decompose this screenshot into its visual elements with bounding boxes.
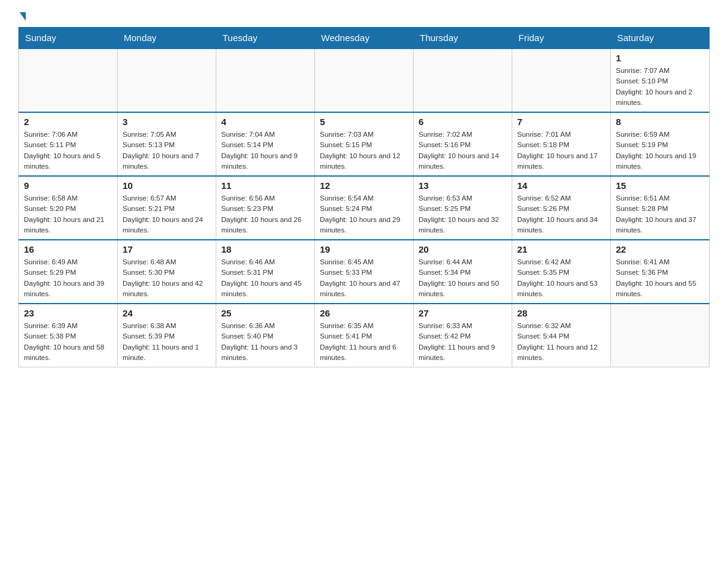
- calendar-week-row: 2Sunrise: 7:06 AMSunset: 5:11 PMDaylight…: [19, 112, 710, 176]
- day-info: Sunrise: 6:52 AMSunset: 5:26 PMDaylight:…: [517, 193, 605, 236]
- day-info: Sunrise: 6:51 AMSunset: 5:28 PMDaylight:…: [616, 193, 704, 236]
- calendar-day-cell: [19, 48, 118, 112]
- day-info: Sunrise: 7:07 AMSunset: 5:10 PMDaylight:…: [616, 66, 704, 108]
- calendar-day-cell: [118, 48, 216, 112]
- day-number: 27: [419, 308, 507, 318]
- day-number: 14: [517, 180, 605, 191]
- calendar-day-cell: [611, 304, 710, 367]
- calendar-day-cell: 8Sunrise: 6:59 AMSunset: 5:19 PMDaylight…: [611, 112, 710, 176]
- calendar-day-cell: [315, 48, 414, 112]
- calendar-day-cell: 26Sunrise: 6:35 AMSunset: 5:41 PMDayligh…: [315, 304, 414, 367]
- calendar-day-cell: [414, 48, 512, 112]
- calendar-day-cell: 6Sunrise: 7:02 AMSunset: 5:16 PMDaylight…: [414, 112, 512, 176]
- day-number: 17: [123, 244, 211, 255]
- day-number: 21: [517, 244, 605, 255]
- day-info: Sunrise: 6:53 AMSunset: 5:25 PMDaylight:…: [419, 193, 507, 236]
- day-info: Sunrise: 7:01 AMSunset: 5:18 PMDaylight:…: [517, 129, 605, 172]
- calendar-day-cell: 2Sunrise: 7:06 AMSunset: 5:11 PMDaylight…: [19, 112, 118, 176]
- calendar-week-row: 9Sunrise: 6:58 AMSunset: 5:20 PMDaylight…: [19, 176, 710, 240]
- day-info: Sunrise: 7:06 AMSunset: 5:11 PMDaylight:…: [24, 129, 112, 172]
- calendar-day-cell: 19Sunrise: 6:45 AMSunset: 5:33 PMDayligh…: [315, 240, 414, 304]
- day-number: 25: [221, 308, 309, 318]
- calendar-day-cell: 16Sunrise: 6:49 AMSunset: 5:29 PMDayligh…: [19, 240, 118, 304]
- day-number: 20: [419, 244, 507, 255]
- calendar-table: SundayMondayTuesdayWednesdayThursdayFrid…: [18, 27, 710, 367]
- calendar-day-cell: 15Sunrise: 6:51 AMSunset: 5:28 PMDayligh…: [611, 176, 710, 240]
- calendar-day-cell: 18Sunrise: 6:46 AMSunset: 5:31 PMDayligh…: [216, 240, 315, 304]
- day-of-week-header: Wednesday: [315, 28, 414, 49]
- day-info: Sunrise: 7:02 AMSunset: 5:16 PMDaylight:…: [419, 129, 507, 172]
- day-of-week-header: Saturday: [611, 28, 710, 49]
- calendar-week-row: 16Sunrise: 6:49 AMSunset: 5:29 PMDayligh…: [19, 240, 710, 304]
- calendar-day-cell: 20Sunrise: 6:44 AMSunset: 5:34 PMDayligh…: [414, 240, 512, 304]
- calendar-day-cell: 11Sunrise: 6:56 AMSunset: 5:23 PMDayligh…: [216, 176, 315, 240]
- day-number: 26: [320, 308, 408, 318]
- calendar-day-cell: 4Sunrise: 7:04 AMSunset: 5:14 PMDaylight…: [216, 112, 315, 176]
- day-info: Sunrise: 6:48 AMSunset: 5:30 PMDaylight:…: [123, 257, 211, 299]
- day-of-week-header: Thursday: [414, 28, 512, 49]
- calendar-day-cell: 17Sunrise: 6:48 AMSunset: 5:30 PMDayligh…: [118, 240, 216, 304]
- day-info: Sunrise: 7:05 AMSunset: 5:13 PMDaylight:…: [123, 129, 211, 172]
- calendar-day-cell: 28Sunrise: 6:32 AMSunset: 5:44 PMDayligh…: [512, 304, 611, 367]
- calendar-day-cell: [512, 48, 611, 112]
- calendar-header-row: SundayMondayTuesdayWednesdayThursdayFrid…: [19, 28, 710, 49]
- calendar-day-cell: 24Sunrise: 6:38 AMSunset: 5:39 PMDayligh…: [118, 304, 216, 367]
- calendar-day-cell: 27Sunrise: 6:33 AMSunset: 5:42 PMDayligh…: [414, 304, 512, 367]
- day-number: 1: [616, 53, 704, 63]
- calendar-day-cell: 22Sunrise: 6:41 AMSunset: 5:36 PMDayligh…: [611, 240, 710, 304]
- day-info: Sunrise: 6:39 AMSunset: 5:38 PMDaylight:…: [24, 321, 112, 363]
- day-number: 8: [616, 117, 704, 127]
- day-number: 6: [419, 117, 507, 127]
- calendar-week-row: 1Sunrise: 7:07 AMSunset: 5:10 PMDaylight…: [19, 48, 710, 112]
- day-number: 10: [123, 180, 211, 191]
- calendar-day-cell: 21Sunrise: 6:42 AMSunset: 5:35 PMDayligh…: [512, 240, 611, 304]
- day-info: Sunrise: 6:36 AMSunset: 5:40 PMDaylight:…: [221, 321, 309, 363]
- day-info: Sunrise: 6:38 AMSunset: 5:39 PMDaylight:…: [123, 321, 211, 363]
- day-number: 23: [24, 308, 112, 318]
- calendar-week-row: 23Sunrise: 6:39 AMSunset: 5:38 PMDayligh…: [19, 304, 710, 367]
- day-of-week-header: Sunday: [19, 28, 118, 49]
- day-number: 13: [419, 180, 507, 191]
- calendar-day-cell: 25Sunrise: 6:36 AMSunset: 5:40 PMDayligh…: [216, 304, 315, 367]
- logo-arrow-icon: [20, 12, 26, 21]
- day-of-week-header: Tuesday: [216, 28, 315, 49]
- calendar-day-cell: 5Sunrise: 7:03 AMSunset: 5:15 PMDaylight…: [315, 112, 414, 176]
- day-info: Sunrise: 6:58 AMSunset: 5:20 PMDaylight:…: [24, 193, 112, 236]
- calendar-day-cell: 13Sunrise: 6:53 AMSunset: 5:25 PMDayligh…: [414, 176, 512, 240]
- day-info: Sunrise: 6:44 AMSunset: 5:34 PMDaylight:…: [419, 257, 507, 299]
- day-number: 9: [24, 180, 112, 191]
- calendar-day-cell: 10Sunrise: 6:57 AMSunset: 5:21 PMDayligh…: [118, 176, 216, 240]
- day-number: 24: [123, 308, 211, 318]
- day-number: 18: [221, 244, 309, 255]
- day-of-week-header: Monday: [118, 28, 216, 49]
- day-number: 3: [123, 117, 211, 127]
- day-of-week-header: Friday: [512, 28, 611, 49]
- day-number: 7: [517, 117, 605, 127]
- day-number: 28: [517, 308, 605, 318]
- calendar-day-cell: 1Sunrise: 7:07 AMSunset: 5:10 PMDaylight…: [611, 48, 710, 112]
- calendar-day-cell: 7Sunrise: 7:01 AMSunset: 5:18 PMDaylight…: [512, 112, 611, 176]
- calendar-day-cell: [216, 48, 315, 112]
- day-info: Sunrise: 6:59 AMSunset: 5:19 PMDaylight:…: [616, 129, 704, 172]
- day-number: 5: [320, 117, 408, 127]
- day-info: Sunrise: 6:42 AMSunset: 5:35 PMDaylight:…: [517, 257, 605, 299]
- calendar-day-cell: 3Sunrise: 7:05 AMSunset: 5:13 PMDaylight…: [118, 112, 216, 176]
- day-number: 4: [221, 117, 309, 127]
- day-info: Sunrise: 6:32 AMSunset: 5:44 PMDaylight:…: [517, 321, 605, 363]
- day-number: 12: [320, 180, 408, 191]
- calendar-day-cell: 9Sunrise: 6:58 AMSunset: 5:20 PMDaylight…: [19, 176, 118, 240]
- day-number: 15: [616, 180, 704, 191]
- day-number: 11: [221, 180, 309, 191]
- calendar-day-cell: 12Sunrise: 6:54 AMSunset: 5:24 PMDayligh…: [315, 176, 414, 240]
- calendar-day-cell: 14Sunrise: 6:52 AMSunset: 5:26 PMDayligh…: [512, 176, 611, 240]
- day-number: 2: [24, 117, 112, 127]
- page-header: [18, 12, 710, 21]
- day-info: Sunrise: 6:57 AMSunset: 5:21 PMDaylight:…: [123, 193, 211, 236]
- day-info: Sunrise: 7:04 AMSunset: 5:14 PMDaylight:…: [221, 129, 309, 172]
- day-number: 19: [320, 244, 408, 255]
- day-info: Sunrise: 6:49 AMSunset: 5:29 PMDaylight:…: [24, 257, 112, 299]
- day-number: 16: [24, 244, 112, 255]
- day-info: Sunrise: 6:45 AMSunset: 5:33 PMDaylight:…: [320, 257, 408, 299]
- day-info: Sunrise: 6:33 AMSunset: 5:42 PMDaylight:…: [419, 321, 507, 363]
- calendar-day-cell: 23Sunrise: 6:39 AMSunset: 5:38 PMDayligh…: [19, 304, 118, 367]
